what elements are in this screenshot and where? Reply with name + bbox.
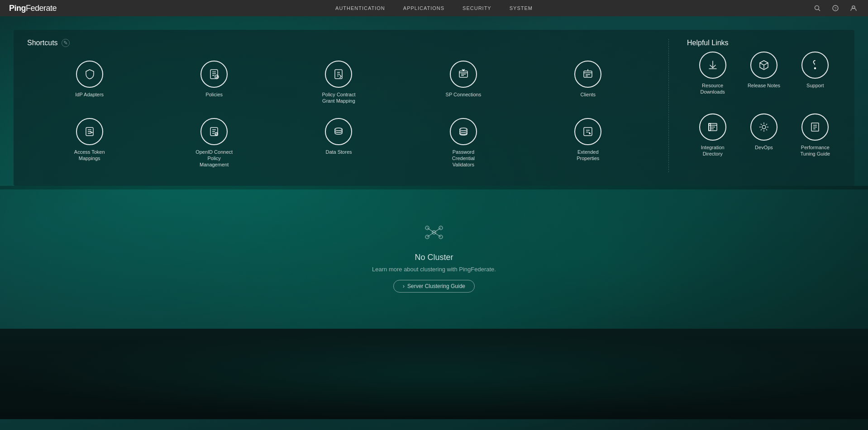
shortcut-idp-adapters[interactable]: IdP Adapters: [27, 56, 152, 109]
no-cluster-icon: [423, 221, 445, 246]
helpful-links-title: Helpful Links: [687, 39, 729, 47]
release-notes-icon: [750, 52, 777, 79]
shortcut-clients[interactable]: Clients: [526, 56, 650, 109]
svg-point-13: [335, 128, 342, 131]
helpful-links-section: Helpful Links Resource Downloads: [669, 39, 841, 172]
svg-text:?: ?: [834, 6, 836, 11]
sp-connections-icon: [450, 61, 477, 88]
access-token-mappings-label: Access Token Mappings: [69, 149, 110, 162]
release-notes-label: Release Notes: [748, 82, 780, 89]
cluster-button-label: Server Clustering Guide: [407, 283, 465, 289]
shortcuts-section: Shortcuts ✎ IdP Adapters: [27, 39, 669, 172]
svg-line-30: [434, 232, 441, 237]
svg-point-17: [815, 68, 816, 69]
svg-point-20: [762, 125, 766, 129]
resource-downloads-label: Resource Downloads: [692, 82, 733, 95]
shortcut-access-token-mappings[interactable]: Access Token Mappings: [27, 113, 152, 173]
cluster-title: No Cluster: [415, 253, 453, 262]
support-label: Support: [806, 82, 824, 89]
shortcut-password-credential-validators[interactable]: Password Credential Validators: [401, 113, 525, 173]
nav-links: AUTHENTICATION APPLICATIONS SECURITY SYS…: [335, 5, 533, 11]
clients-label: Clients: [580, 91, 596, 98]
section-divider: [0, 186, 868, 189]
cluster-description: Learn more about clustering with PingFed…: [372, 266, 496, 273]
edit-shortcuts-icon[interactable]: ✎: [62, 39, 70, 47]
devops-label: DevOps: [755, 144, 773, 151]
logo: PingFederate: [9, 4, 57, 13]
nav-right: ?: [812, 3, 859, 14]
helpful-support[interactable]: Support: [790, 47, 841, 100]
openid-connect-policy-management-label: OpenID Connect Policy Management: [194, 149, 234, 168]
logo-federate: Federate: [26, 4, 57, 13]
shortcuts-title: Shortcuts: [27, 39, 58, 47]
extended-properties-label: Extended Properties: [568, 149, 608, 162]
shortcuts-header: Shortcuts ✎: [27, 39, 650, 47]
password-credential-validators-label: Password Credential Validators: [443, 149, 484, 168]
logo-ping: Ping: [9, 4, 26, 13]
performance-tuning-guide-icon: [801, 113, 829, 141]
server-clustering-guide-button[interactable]: › Server Clustering Guide: [393, 280, 475, 293]
idp-adapters-icon: [76, 61, 103, 88]
clients-icon: [574, 61, 601, 88]
nav-security[interactable]: SECURITY: [463, 5, 491, 11]
svg-point-0: [815, 6, 819, 10]
policies-icon: [200, 61, 228, 88]
data-stores-icon: [325, 118, 352, 145]
shortcut-policies[interactable]: Policies: [152, 56, 276, 109]
search-icon[interactable]: [812, 3, 823, 14]
openid-connect-policy-management-icon: [200, 118, 228, 145]
support-icon: [801, 52, 829, 79]
helpful-integration-directory[interactable]: Integration Directory: [687, 109, 738, 162]
performance-tuning-guide-label: Performance Tuning Guide: [795, 144, 835, 157]
user-icon[interactable]: [848, 3, 859, 14]
shortcut-sp-connections[interactable]: SP Connections: [401, 56, 525, 109]
navbar: PingFederate AUTHENTICATION APPLICATIONS…: [0, 0, 868, 16]
helpful-links-grid: Resource Downloads Release Notes: [687, 47, 841, 161]
policies-label: Policies: [205, 91, 223, 98]
idp-adapters-label: IdP Adapters: [75, 91, 104, 98]
sp-connections-label: SP Connections: [446, 91, 482, 98]
policy-contract-grant-mapping-label: Policy Contract Grant Mapping: [318, 91, 359, 104]
data-stores-label: Data Stores: [325, 149, 352, 155]
help-icon[interactable]: ?: [830, 3, 841, 14]
password-credential-validators-icon: [450, 118, 477, 145]
integration-directory-label: Integration Directory: [692, 144, 733, 157]
svg-line-27: [427, 228, 434, 232]
main-content: Shortcuts ✎ IdP Adapters: [0, 16, 868, 430]
svg-rect-15: [584, 128, 592, 136]
shortcut-openid-connect-policy-management[interactable]: OpenID Connect Policy Management: [152, 113, 276, 173]
cluster-section: No Cluster Learn more about clustering w…: [0, 194, 868, 329]
resource-downloads-icon: [699, 52, 726, 79]
shortcut-policy-contract-grant-mapping[interactable]: Policy Contract Grant Mapping: [277, 56, 401, 109]
nav-authentication[interactable]: AUTHENTICATION: [335, 5, 385, 11]
devops-icon: [750, 113, 777, 141]
panel: Shortcuts ✎ IdP Adapters: [14, 30, 854, 186]
svg-line-28: [434, 228, 441, 232]
svg-line-29: [427, 232, 434, 237]
helpful-links-header: Helpful Links: [687, 39, 841, 47]
svg-line-1: [819, 9, 820, 11]
access-token-mappings-icon: [76, 118, 103, 145]
nav-system[interactable]: SYSTEM: [510, 5, 533, 11]
helpful-devops[interactable]: DevOps: [738, 109, 789, 162]
helpful-resource-downloads[interactable]: Resource Downloads: [687, 47, 738, 100]
shortcut-extended-properties[interactable]: Extended Properties: [526, 113, 650, 173]
svg-rect-19: [709, 123, 711, 131]
helpful-release-notes[interactable]: Release Notes: [738, 47, 789, 100]
nav-applications[interactable]: APPLICATIONS: [403, 5, 444, 11]
extended-properties-icon: [574, 118, 601, 145]
svg-point-14: [460, 128, 467, 131]
shortcut-data-stores[interactable]: Data Stores: [277, 113, 401, 173]
cluster-button-arrow: ›: [403, 283, 405, 289]
shortcuts-grid: IdP Adapters Policies: [27, 56, 650, 172]
integration-directory-icon: [699, 113, 726, 141]
policy-contract-grant-mapping-icon: [325, 61, 352, 88]
helpful-performance-tuning-guide[interactable]: Performance Tuning Guide: [790, 109, 841, 162]
bottom-area: [0, 329, 868, 419]
svg-rect-9: [584, 71, 592, 77]
